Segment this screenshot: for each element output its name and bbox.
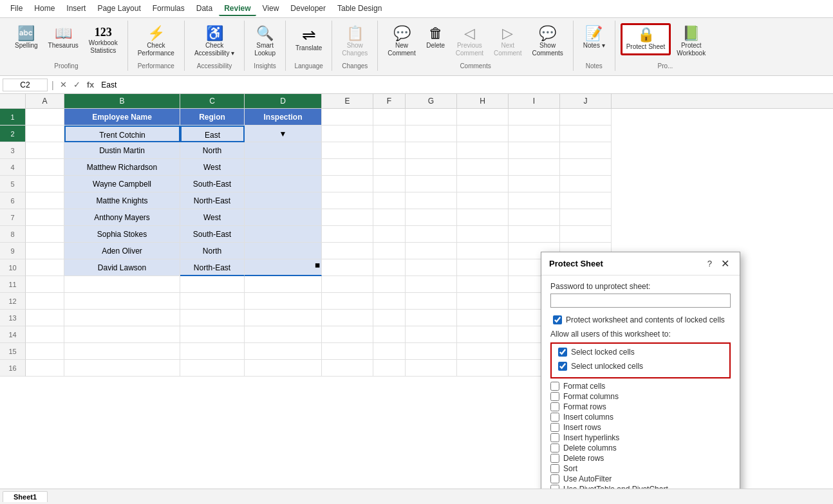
col-header-b[interactable]: B [64, 94, 180, 108]
cell-c12[interactable] [180, 293, 245, 310]
cancel-formula-icon[interactable]: ✕ [58, 79, 69, 91]
cell-f6[interactable] [373, 192, 406, 209]
cell-j2[interactable] [560, 126, 612, 142]
cell-e12[interactable] [322, 293, 373, 310]
cell-i1[interactable] [509, 109, 560, 126]
cell-d16[interactable] [245, 360, 322, 377]
formula-input[interactable]: East [98, 79, 830, 91]
col-header-g[interactable]: G [406, 94, 457, 108]
cell-j5[interactable] [560, 176, 612, 192]
insert-hyperlinks-checkbox[interactable] [550, 433, 559, 442]
cell-h8[interactable] [457, 226, 509, 243]
cell-a12[interactable] [26, 293, 64, 310]
cell-a13[interactable] [26, 310, 64, 326]
menu-item-formulas[interactable]: Formulas [147, 2, 190, 16]
notes-button[interactable]: 📝 Notes ▾ [579, 23, 610, 53]
cell-g13[interactable] [406, 310, 457, 326]
cell-j7[interactable] [560, 209, 612, 226]
cell-e16[interactable] [322, 360, 373, 377]
insert-function-icon[interactable]: fx [85, 79, 97, 91]
cell-f15[interactable] [373, 343, 406, 360]
cell-d10[interactable]: ◼ [245, 259, 322, 276]
select-unlocked-checkbox[interactable] [558, 362, 567, 371]
cell-f8[interactable] [373, 226, 406, 243]
cell-e4[interactable] [322, 159, 373, 176]
cell-c13[interactable] [180, 310, 245, 326]
cell-f16[interactable] [373, 360, 406, 377]
cell-g12[interactable] [406, 293, 457, 310]
cell-d1[interactable]: Inspection [245, 109, 322, 126]
cell-b3[interactable]: Dustin Martin [64, 142, 180, 159]
menu-item-review[interactable]: Review [219, 2, 256, 16]
format-rows-checkbox[interactable] [550, 402, 559, 411]
cell-b6[interactable]: Matthe Knights [64, 192, 180, 209]
cell-d15[interactable] [245, 343, 322, 360]
menu-item-page-layout[interactable]: Page Layout [92, 2, 145, 16]
show-changes-button[interactable]: 📋 Show Changes [337, 23, 372, 61]
cell-g10[interactable] [406, 259, 457, 276]
cell-a3[interactable] [26, 142, 64, 159]
cell-i4[interactable] [509, 159, 560, 176]
menu-item-data[interactable]: Data [191, 2, 218, 16]
cell-c5[interactable]: South-East [180, 176, 245, 192]
cell-d9[interactable] [245, 243, 322, 259]
cell-f12[interactable] [373, 293, 406, 310]
cell-a2[interactable] [26, 126, 64, 142]
cell-g2[interactable] [406, 126, 457, 142]
cell-b11[interactable] [64, 276, 180, 293]
cell-j4[interactable] [560, 159, 612, 176]
cell-e1[interactable] [322, 109, 373, 126]
workbook-statistics-button[interactable]: 123 Workbook Statistics [84, 23, 122, 58]
cell-g16[interactable] [406, 360, 457, 377]
cell-f4[interactable] [373, 159, 406, 176]
menu-item-view[interactable]: View [257, 2, 285, 16]
cell-c1[interactable]: Region [180, 109, 245, 126]
cell-c15[interactable] [180, 343, 245, 360]
cell-h3[interactable] [457, 142, 509, 159]
menu-item-insert[interactable]: Insert [61, 2, 91, 16]
cell-c6[interactable]: North-East [180, 192, 245, 209]
cell-a8[interactable] [26, 226, 64, 243]
cell-g14[interactable] [406, 326, 457, 343]
menu-item-home[interactable]: Home [29, 2, 60, 16]
use-pivottable-checkbox[interactable] [550, 485, 559, 489]
show-comments-button[interactable]: 💬 Show Comments [527, 23, 567, 61]
menu-item-file[interactable]: File [5, 2, 28, 16]
cell-a4[interactable] [26, 159, 64, 176]
cell-e10[interactable] [322, 259, 373, 276]
thesaurus-button[interactable]: 📖 Thesaurus [44, 23, 83, 53]
cell-f7[interactable] [373, 209, 406, 226]
cell-j6[interactable] [560, 192, 612, 209]
protect-worksheet-checkbox[interactable] [553, 315, 562, 324]
cell-d13[interactable] [245, 310, 322, 326]
delete-button[interactable]: 🗑 Delete [422, 23, 450, 53]
cell-c8[interactable]: South-East [180, 226, 245, 243]
cell-e8[interactable] [322, 226, 373, 243]
cell-e11[interactable] [322, 276, 373, 293]
cell-d14[interactable] [245, 326, 322, 343]
cell-d4[interactable] [245, 159, 322, 176]
cell-b15[interactable] [64, 343, 180, 360]
cell-i5[interactable] [509, 176, 560, 192]
cell-h16[interactable] [457, 360, 509, 377]
col-header-j[interactable]: J [560, 94, 612, 108]
cell-g6[interactable] [406, 192, 457, 209]
cell-a9[interactable] [26, 243, 64, 259]
col-header-f[interactable]: F [373, 94, 406, 108]
cell-e14[interactable] [322, 326, 373, 343]
use-autofilter-checkbox[interactable] [550, 474, 559, 483]
cell-a14[interactable] [26, 326, 64, 343]
cell-d6[interactable] [245, 192, 322, 209]
protect-workbook-button[interactable]: 📗 Protect Workbook [672, 23, 710, 61]
cell-h11[interactable] [457, 276, 509, 293]
cell-h1[interactable] [457, 109, 509, 126]
cell-e6[interactable] [322, 192, 373, 209]
cell-i3[interactable] [509, 142, 560, 159]
spelling-button[interactable]: 🔤 Spelling [10, 23, 42, 53]
cell-i2[interactable] [509, 126, 560, 142]
cell-g9[interactable] [406, 243, 457, 259]
cell-f5[interactable] [373, 176, 406, 192]
cell-b13[interactable] [64, 310, 180, 326]
format-cells-checkbox[interactable] [550, 382, 559, 391]
cell-a1[interactable] [26, 109, 64, 126]
